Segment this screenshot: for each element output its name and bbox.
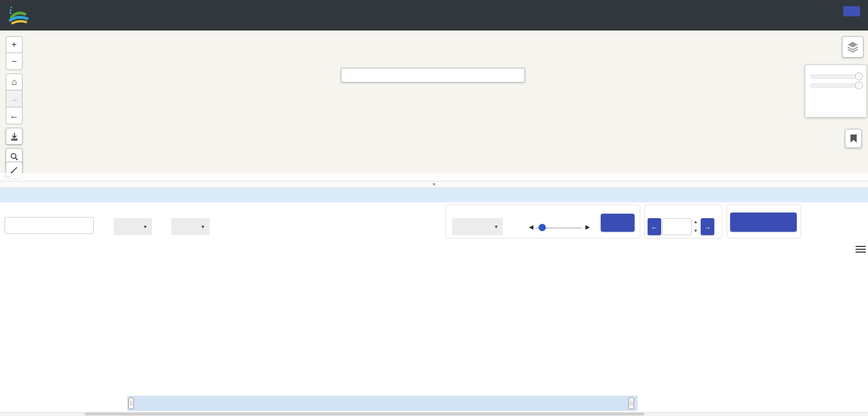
chart-menu-icon[interactable]: [856, 244, 866, 254]
cross-section-plot[interactable]: [0, 242, 868, 396]
map-home-button[interactable]: ⌂: [6, 73, 23, 90]
bookmark-icon: [850, 134, 857, 143]
map-horizontal-scrollbar[interactable]: ▼: [0, 181, 868, 188]
brush-handle-left[interactable]: [128, 397, 134, 409]
surficial-geology-opacity-slider[interactable]: [810, 82, 862, 89]
shift-value-field[interactable]: [662, 218, 692, 235]
zoom-slider-thumb[interactable]: [539, 224, 546, 231]
interval-x-select[interactable]: ▼: [114, 218, 152, 235]
section-controls: ▼ ▼ ▼ ◀ ▶ ← ▲ ▼ →: [0, 202, 868, 242]
interval-y-select[interactable]: ▼: [171, 218, 210, 235]
logo-waves-icon: [8, 5, 31, 25]
download-icon: [10, 132, 19, 141]
layers-icon: [847, 41, 859, 53]
bottom-scrollbar-thumb[interactable]: [85, 413, 644, 415]
top-nav: [0, 0, 868, 31]
chevron-down-icon: ▼: [143, 224, 147, 229]
zoom-slider-right-arrow[interactable]: ▶: [585, 224, 590, 230]
address-input[interactable]: [341, 71, 514, 79]
map-canvas[interactable]: + − ⌂ → ←: [0, 31, 868, 181]
shift-decrement-icon[interactable]: ▼: [693, 229, 698, 233]
map-download-button[interactable]: [6, 128, 23, 145]
scroll-down-icon: ▼: [0, 181, 868, 188]
shift-right-button[interactable]: →: [701, 218, 714, 235]
map-zoom-out-button[interactable]: −: [6, 53, 23, 70]
send-feedback-button[interactable]: [843, 6, 860, 16]
reset-button[interactable]: [601, 214, 635, 232]
layers-opacity-panel: [805, 64, 867, 118]
cross-section-chart[interactable]: [0, 242, 868, 396]
overview-thumbnail: [203, 396, 565, 410]
logo[interactable]: [8, 5, 31, 25]
shift-left-button[interactable]: ←: [648, 218, 661, 235]
section-name-input[interactable]: [5, 217, 94, 234]
physiography-opacity-slider[interactable]: [810, 73, 862, 80]
zoom-slider-left-arrow[interactable]: ◀: [529, 224, 533, 230]
window-view-button[interactable]: [730, 213, 797, 232]
shift-increment-icon[interactable]: ▲: [693, 220, 698, 224]
map-back-button[interactable]: ←: [6, 107, 23, 124]
chevron-down-icon: ▼: [201, 224, 205, 229]
address-search: [341, 68, 525, 83]
search-icon: [10, 153, 18, 161]
note-banner: [0, 188, 868, 202]
brush-handle-right[interactable]: [628, 397, 634, 409]
vertical-exaggeration-select[interactable]: ▼: [452, 218, 503, 235]
bookmark-button[interactable]: [845, 129, 862, 148]
app-root: + − ⌂ → ←: [0, 0, 868, 416]
map-attribution: [0, 173, 868, 181]
map-forward-button[interactable]: →: [6, 90, 23, 107]
map-basemap: [0, 31, 868, 181]
chevron-down-icon: ▼: [494, 224, 498, 229]
layers-toggle-button[interactable]: [842, 36, 863, 58]
map-zoom-in-button[interactable]: +: [6, 36, 23, 53]
